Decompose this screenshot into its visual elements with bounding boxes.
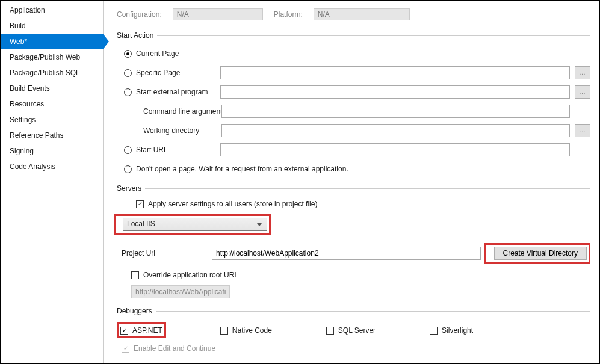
sidebar-item-build-events[interactable]: Build Events [1, 81, 103, 96]
debuggers-title: Debuggers [117, 307, 152, 315]
cmd-args-input[interactable] [221, 105, 570, 118]
platform-label: Platform: [274, 10, 303, 19]
sidebar-item-settings[interactable]: Settings [1, 112, 103, 128]
sidebar: Application Build Web* Package/Publish W… [1, 1, 104, 363]
server-type-highlight: Local IIS [114, 214, 271, 235]
apply-all-users-checkbox[interactable] [136, 200, 144, 208]
sidebar-item-resources[interactable]: Resources [1, 96, 103, 112]
working-dir-input[interactable] [221, 124, 570, 137]
silverlight-checkbox[interactable] [430, 327, 438, 335]
aspnet-label: ASP.NET [132, 326, 162, 335]
working-dir-browse-button[interactable]: ... [575, 124, 590, 137]
override-root-checkbox[interactable] [131, 271, 139, 279]
silverlight-label: Silverlight [442, 326, 473, 335]
sql-server-label: SQL Server [338, 326, 376, 335]
servers-section: Servers Apply server settings to all use… [117, 184, 590, 298]
divider [145, 188, 590, 189]
sql-server-checkbox[interactable] [326, 327, 334, 335]
config-platform-row: Configuration: N/A Platform: N/A [117, 8, 590, 20]
create-vd-highlight: Create Virtual Directory [484, 243, 591, 264]
specific-page-label: Specific Page [136, 69, 220, 77]
dont-open-radio[interactable] [124, 165, 132, 173]
configuration-select: N/A [173, 8, 263, 20]
aspnet-highlight: ASP.NET [117, 322, 166, 338]
start-external-browse-button[interactable]: ... [575, 85, 590, 99]
servers-title: Servers [117, 184, 141, 193]
sidebar-item-web[interactable]: Web* [1, 34, 103, 49]
specific-page-browse-button[interactable]: ... [575, 66, 590, 79]
sidebar-item-code-analysis[interactable]: Code Analysis [1, 159, 103, 174]
project-url-label: Project Url [122, 249, 212, 258]
current-page-radio[interactable] [124, 50, 132, 58]
sidebar-item-reference-paths[interactable]: Reference Paths [1, 128, 103, 143]
sidebar-item-build[interactable]: Build [1, 18, 103, 34]
project-properties-window: Application Build Web* Package/Publish W… [0, 0, 600, 364]
platform-select: N/A [314, 8, 410, 20]
divider [156, 311, 590, 312]
apply-all-users-label: Apply server settings to all users (stor… [148, 200, 317, 208]
override-root-label: Override application root URL [143, 271, 238, 279]
native-code-label: Native Code [232, 326, 272, 335]
start-action-title: Start Action [117, 31, 153, 40]
configuration-label: Configuration: [117, 10, 162, 19]
start-external-radio[interactable] [124, 88, 132, 96]
content-panel: Configuration: N/A Platform: N/A Start A… [104, 1, 599, 363]
start-url-radio[interactable] [124, 146, 132, 154]
enable-edit-continue-checkbox [122, 345, 129, 353]
aspnet-checkbox[interactable] [120, 327, 128, 335]
specific-page-radio[interactable] [124, 69, 132, 77]
sidebar-item-application[interactable]: Application [1, 2, 103, 18]
dont-open-label: Don't open a page. Wait for a request fr… [136, 165, 348, 173]
override-root-input [131, 285, 230, 298]
specific-page-input[interactable] [220, 66, 570, 79]
sidebar-item-package-publish-sql[interactable]: Package/Publish SQL [1, 65, 103, 81]
divider [157, 35, 590, 36]
start-url-input[interactable] [220, 143, 570, 156]
sidebar-item-signing[interactable]: Signing [1, 143, 103, 159]
sidebar-item-package-publish-web[interactable]: Package/Publish Web [1, 49, 103, 65]
server-type-select[interactable]: Local IIS [123, 218, 267, 231]
start-external-input[interactable] [220, 85, 570, 99]
enable-edit-continue-label: Enable Edit and Continue [134, 344, 215, 353]
create-virtual-directory-button[interactable]: Create Virtual Directory [494, 247, 587, 260]
start-external-label: Start external program [136, 88, 220, 96]
native-code-checkbox[interactable] [220, 327, 228, 335]
start-action-section: Start Action Current Page Specific Page … [117, 31, 590, 176]
debuggers-section: Debuggers ASP.NET Native Code SQL Server [117, 307, 590, 353]
start-url-label: Start URL [136, 146, 220, 154]
current-page-label: Current Page [136, 49, 179, 58]
project-url-input[interactable] [212, 247, 481, 260]
